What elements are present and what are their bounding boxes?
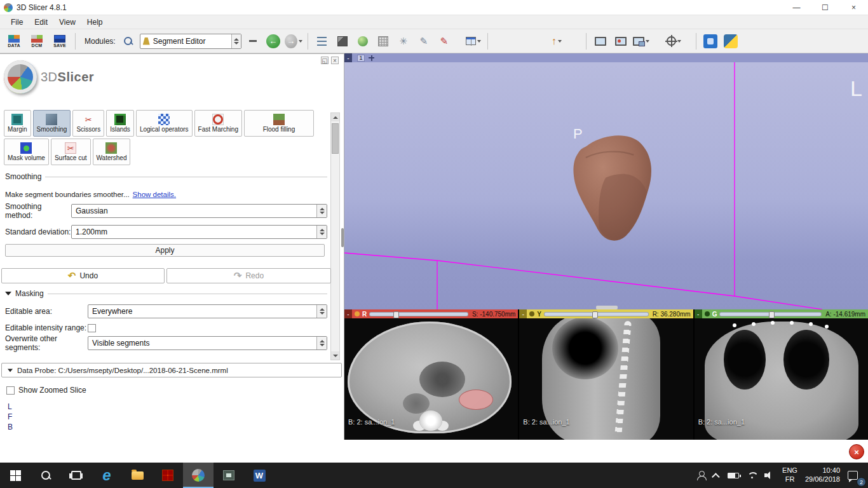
editable-area-combobox[interactable]: Everywhere [88, 304, 327, 318]
close-button[interactable]: × [839, 0, 868, 15]
scroll-up-icon[interactable] [331, 113, 339, 121]
panel-scrollbar-thumb[interactable] [341, 228, 344, 247]
models-button[interactable] [374, 32, 392, 50]
effect-scissors[interactable]: ✂ Scissors [72, 110, 104, 137]
file-explorer-button[interactable] [122, 463, 153, 488]
menu-edit[interactable]: Edit [29, 17, 53, 28]
markups-button[interactable]: ✎ [435, 32, 453, 50]
red-slice-offset[interactable]: S: -140.750mm [472, 311, 518, 318]
taskbar-search-button[interactable] [31, 463, 61, 488]
green-slice-slider[interactable] [719, 312, 822, 316]
show-details-link[interactable]: Show details. [133, 191, 176, 198]
scene-view-button[interactable] [612, 32, 630, 50]
app-window-button[interactable] [214, 463, 244, 488]
slider-handle[interactable] [393, 311, 399, 318]
data-probe-bar[interactable]: Data Probe: C:/Users/msepty/Desktop/...2… [1, 363, 342, 377]
python-console-button[interactable] [722, 32, 740, 50]
effect-flood-filling[interactable]: Flood filling [244, 110, 314, 137]
menu-file[interactable]: File [5, 17, 29, 28]
stddev-spinbox[interactable]: 1.200mm [71, 225, 327, 239]
module-back-button[interactable]: ← [264, 32, 282, 50]
red-slice-image[interactable]: B: 2: sa...ion_1 [344, 318, 518, 440]
yellow-slice-offset[interactable]: R: 36.280mm [653, 311, 693, 318]
combo-spinner[interactable] [316, 205, 327, 217]
effect-mask-volume[interactable]: Mask volume [4, 139, 49, 165]
layout-selector-button[interactable] [465, 32, 482, 50]
redo-button[interactable]: ↷ Redo [166, 268, 331, 283]
minimize-button[interactable]: — [782, 0, 811, 15]
view-3d-pin-icon[interactable] [369, 55, 374, 61]
effect-fast-marching[interactable]: Fast Marching [194, 110, 242, 137]
smoothing-method-combobox[interactable]: Gaussian [71, 204, 327, 218]
pushpin-icon[interactable] [529, 311, 534, 316]
yellow-slice-letter[interactable]: Y [537, 311, 541, 318]
close-panel-icon[interactable]: × [331, 57, 339, 64]
red-slice-letter[interactable]: R [362, 311, 367, 318]
module-search-button[interactable] [119, 32, 137, 50]
clock[interactable]: 10:40 29/06/2018 [805, 466, 840, 484]
network-icon[interactable] [747, 471, 757, 479]
volume-button[interactable] [334, 32, 351, 50]
apply-button[interactable]: Apply [5, 244, 325, 257]
overwrite-combobox[interactable]: Visible segments [88, 336, 327, 350]
slider-handle[interactable] [592, 311, 598, 318]
people-icon[interactable] [696, 471, 707, 480]
annotations-button[interactable]: ✎ [415, 32, 433, 50]
yellow-collapse-button[interactable]: - [519, 309, 527, 318]
battery-icon[interactable] [728, 473, 739, 478]
segment-3d-model[interactable] [559, 131, 672, 241]
yellow-slice-image[interactable]: B: 2: sa...ion_1 [519, 318, 693, 440]
close-overlay-button[interactable]: × [849, 444, 864, 459]
load-data-button[interactable]: DATA [4, 31, 24, 51]
masking-group-header[interactable]: Masking [5, 289, 327, 298]
effect-watershed[interactable]: Watershed [93, 139, 131, 165]
effect-islands[interactable]: Islands [106, 110, 134, 137]
spinbox-arrows[interactable] [316, 226, 327, 238]
edge-button[interactable]: e [92, 463, 122, 488]
effect-margin[interactable]: Margin [4, 110, 31, 137]
compare-view-button[interactable] [632, 32, 650, 50]
menu-view[interactable]: View [53, 17, 81, 28]
undo-button[interactable]: ↶ Undo [1, 268, 165, 283]
hidden-icons-chevron[interactable] [712, 473, 720, 481]
intensity-range-checkbox[interactable] [88, 324, 96, 332]
green-collapse-button[interactable]: - [695, 309, 702, 318]
mouse-interaction-button[interactable]: ↑ [548, 32, 566, 50]
language-indicator[interactable]: ENG FR [782, 466, 797, 484]
green-slice-offset[interactable]: A: -14.619mm [825, 311, 868, 318]
slicer-taskbar-button[interactable] [183, 463, 214, 488]
view-3d-collapse-button[interactable]: - [344, 53, 352, 62]
scroll-down-icon[interactable] [331, 351, 339, 360]
screenshot-button[interactable] [592, 32, 609, 50]
options-scrollbar[interactable] [330, 112, 340, 360]
transforms-button[interactable]: ✳ [395, 32, 412, 50]
crosshair-button[interactable] [665, 32, 683, 50]
combo-spinner[interactable] [316, 305, 327, 318]
red-collapse-button[interactable]: - [344, 309, 352, 318]
save-button[interactable]: SAVE [50, 31, 70, 51]
yellow-slice-slider[interactable] [544, 312, 649, 316]
dicom-button[interactable]: DCM [27, 31, 47, 51]
green-slice-letter[interactable]: G [712, 311, 717, 318]
module-history-button[interactable] [244, 32, 262, 50]
pushpin-icon[interactable] [355, 311, 360, 316]
green-slice-image[interactable]: B: 2: sa...ion_1 [695, 318, 868, 440]
combo-spinner[interactable] [316, 337, 327, 349]
extensions-button[interactable] [702, 32, 719, 50]
app-red-grid-button[interactable] [153, 463, 183, 488]
module-selector-spinner[interactable] [231, 34, 241, 48]
show-zoomed-slice-checkbox[interactable] [6, 386, 15, 395]
slider-handle[interactable] [769, 311, 775, 318]
volume-icon[interactable] [764, 471, 775, 479]
maximize-button[interactable]: ☐ [811, 0, 839, 15]
menu-help[interactable]: Help [81, 17, 109, 28]
module-selector-combobox[interactable]: Segment Editor [140, 34, 241, 49]
task-view-button[interactable] [61, 463, 92, 488]
module-forward-button[interactable]: → [285, 32, 302, 50]
undock-panel-icon[interactable]: ◱ [321, 57, 329, 64]
effect-smoothing[interactable]: Smoothing [33, 110, 71, 137]
effect-logical-operators[interactable]: Logical operators [136, 110, 193, 137]
view-3d-canvas[interactable]: P L [344, 62, 868, 309]
action-center-icon[interactable] [848, 471, 858, 480]
start-button[interactable] [0, 463, 31, 488]
